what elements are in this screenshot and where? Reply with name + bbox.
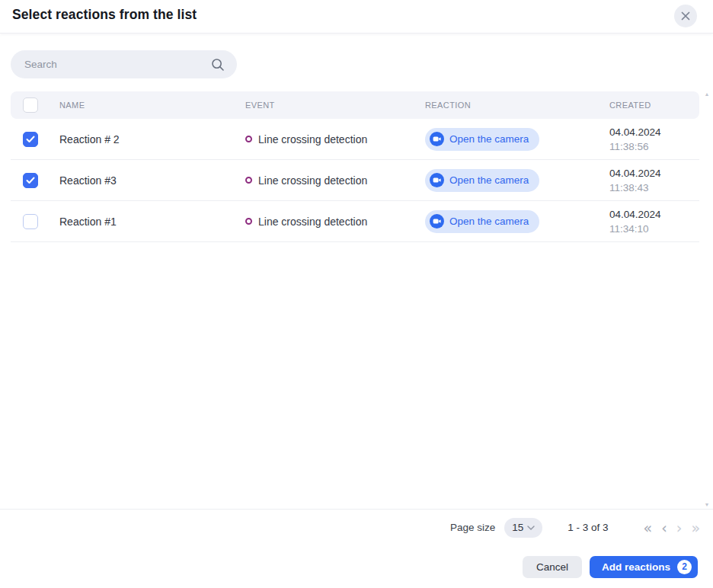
- event-label: Line crossing detection: [258, 216, 367, 228]
- created-time: 11:34:10: [609, 222, 699, 236]
- vertical-scrollbar[interactable]: ▲ ▼: [702, 91, 711, 507]
- pagination-bar: Page size 15 1 - 3 of 3 « ‹ › »: [0, 509, 713, 545]
- page-size-select[interactable]: 15: [504, 518, 542, 538]
- reaction-chip[interactable]: Open the camera: [425, 210, 539, 233]
- search-bar: [11, 50, 237, 78]
- row-checkbox[interactable]: [23, 214, 38, 229]
- reaction-name: Reaction # 2: [59, 133, 245, 145]
- page-size-value: 15: [512, 522, 523, 533]
- created-time: 11:38:43: [609, 181, 699, 195]
- column-header-created: CREATED: [609, 101, 699, 110]
- modal-footer: Cancel Add reactions 2: [0, 545, 713, 588]
- reaction-chip-label: Open the camera: [449, 133, 529, 145]
- first-page-button[interactable]: «: [641, 520, 655, 535]
- reactions-table: NAME EVENT REACTION CREATED Reaction # 2…: [11, 91, 699, 242]
- selected-count-badge: 2: [677, 560, 692, 574]
- close-icon: [681, 11, 690, 21]
- created-cell: 04.04.2024 11:38:43: [609, 166, 699, 195]
- chevron-down-icon: [527, 526, 535, 530]
- search-icon[interactable]: [211, 58, 225, 72]
- table-header-row: NAME EVENT REACTION CREATED: [11, 91, 699, 119]
- reaction-name: Reaction #1: [59, 216, 245, 228]
- created-date: 04.04.2024: [609, 166, 699, 181]
- column-header-reaction: REACTION: [425, 101, 609, 110]
- page-size-label: Page size: [450, 522, 495, 533]
- created-cell: 04.04.2024 11:38:56: [609, 125, 699, 154]
- table-row[interactable]: Reaction # 2 Line crossing detection Ope…: [11, 119, 699, 160]
- last-page-button[interactable]: »: [689, 520, 702, 535]
- scroll-up-icon[interactable]: ▲: [705, 91, 710, 97]
- close-button[interactable]: [674, 5, 697, 27]
- camera-icon: [430, 214, 444, 228]
- table-row[interactable]: Reaction #1 Line crossing detection Open…: [11, 201, 699, 242]
- reaction-name: Reaction #3: [59, 174, 245, 187]
- pagination-range: 1 - 3 of 3: [568, 522, 608, 533]
- reaction-chip[interactable]: Open the camera: [425, 169, 539, 192]
- row-checkbox[interactable]: [23, 132, 38, 147]
- reaction-chip-label: Open the camera: [449, 216, 529, 227]
- check-icon: [26, 136, 35, 143]
- reaction-chip-label: Open the camera: [449, 174, 529, 186]
- camera-icon: [430, 173, 444, 187]
- prev-page-button[interactable]: ‹: [659, 520, 670, 535]
- event-type-icon: [245, 136, 252, 142]
- column-header-name: NAME: [59, 101, 245, 110]
- page-title: Select reactions from the list: [12, 7, 197, 23]
- camera-icon: [430, 132, 444, 146]
- check-icon: [26, 177, 35, 184]
- created-cell: 04.04.2024 11:34:10: [609, 207, 699, 236]
- column-header-event: EVENT: [245, 101, 425, 110]
- created-time: 11:38:56: [609, 139, 699, 154]
- next-page-button[interactable]: ›: [674, 520, 685, 535]
- event-label: Line crossing detection: [258, 133, 367, 145]
- reaction-chip[interactable]: Open the camera: [425, 128, 539, 151]
- select-all-checkbox[interactable]: [23, 97, 38, 113]
- cancel-button[interactable]: Cancel: [523, 556, 582, 578]
- modal-header: Select reactions from the list: [0, 0, 713, 34]
- table-row[interactable]: Reaction #3 Line crossing detection Open…: [11, 160, 699, 201]
- created-date: 04.04.2024: [609, 207, 699, 222]
- add-reactions-button[interactable]: Add reactions 2: [590, 556, 698, 578]
- search-input[interactable]: [11, 59, 211, 70]
- row-checkbox[interactable]: [23, 173, 38, 188]
- created-date: 04.04.2024: [609, 125, 699, 139]
- event-type-icon: [245, 177, 252, 184]
- add-reactions-label: Add reactions: [602, 561, 670, 573]
- scroll-down-icon[interactable]: ▼: [705, 502, 710, 507]
- event-type-icon: [245, 218, 252, 225]
- event-label: Line crossing detection: [258, 174, 367, 187]
